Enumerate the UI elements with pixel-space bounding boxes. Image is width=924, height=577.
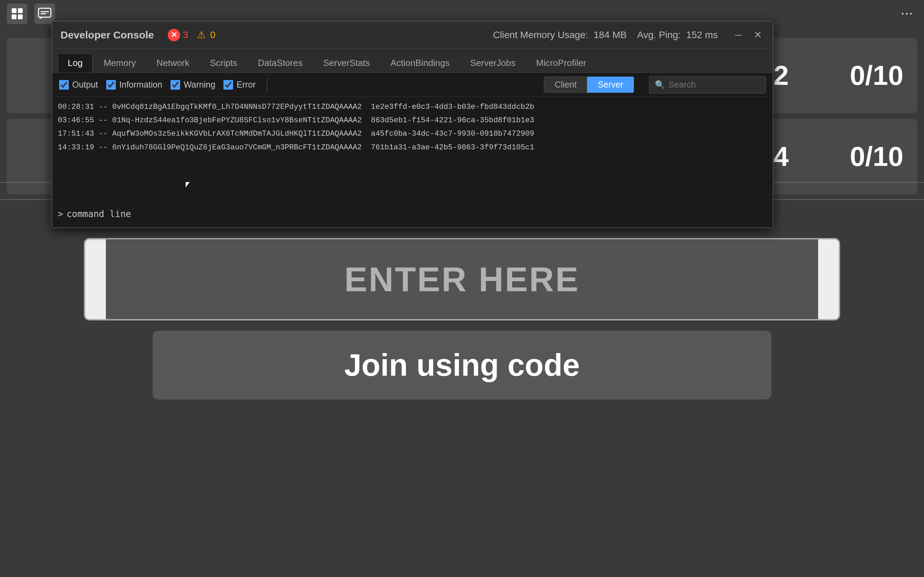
output-label: Output <box>72 80 98 90</box>
ping-label: Avg. Ping: 152 ms <box>637 29 718 40</box>
filter-output[interactable]: Output <box>59 80 98 90</box>
svg-rect-4 <box>39 8 51 17</box>
log-line: 14:33:19 -- 6nYiduh78GGl9PeQ1QuZ6jEaG3au… <box>58 141 767 154</box>
warn-icon: ⚠ <box>195 29 207 41</box>
svg-rect-1 <box>18 8 23 13</box>
client-toggle-button[interactable]: Client <box>544 77 587 93</box>
developer-console: Developer Console ✕ 3 ⚠ 0 Client Memory … <box>52 21 774 228</box>
memory-label: Client Memory Usage: 184 MB <box>493 29 627 40</box>
filter-warning[interactable]: Warning <box>171 80 215 90</box>
client-server-toggle: Client Server <box>544 77 634 93</box>
information-checkbox[interactable] <box>106 80 116 90</box>
console-title: Developer Console <box>60 29 154 41</box>
warning-label: Warning <box>184 80 215 90</box>
output-checkbox[interactable] <box>59 80 69 90</box>
filter-error[interactable]: Error <box>223 80 256 90</box>
information-label: Information <box>119 80 162 90</box>
error-checkbox[interactable] <box>223 80 233 90</box>
server-2-count: 0/10 <box>850 60 903 91</box>
topbar-right-icons: ⋯ <box>897 3 917 24</box>
filter-divider <box>267 78 267 92</box>
warn-badge: ⚠ 0 <box>195 29 215 41</box>
tab-scripts[interactable]: Scripts <box>200 53 247 73</box>
svg-rect-3 <box>18 15 23 19</box>
command-prompt-symbol: > <box>58 209 63 219</box>
tab-serverstats[interactable]: ServerStats <box>313 53 380 73</box>
svg-rect-0 <box>12 8 16 13</box>
input-right-border <box>818 239 839 319</box>
log-line: 00:28:31 -- 0vHCdq81zBgA1EbgqTkKMf0_Lh7D… <box>58 100 767 114</box>
log-line: 03:46:55 -- 01Nq-HzdzS44ea1fo3BjebFePYZU… <box>58 114 767 127</box>
warn-count: 0 <box>210 29 215 40</box>
console-titlebar: Developer Console ✕ 3 ⚠ 0 Client Memory … <box>52 21 773 49</box>
error-icon: ✕ <box>168 29 180 41</box>
console-tabs: Log Memory Network Scripts DataStores Se… <box>52 49 773 73</box>
console-log-area: 00:28:31 -- 0vHCdq81zBgA1EbgqTkKMf0_Lh7D… <box>52 97 773 200</box>
minimize-button[interactable]: ─ <box>732 28 745 42</box>
topbar-left-icons <box>7 3 55 24</box>
server-4-count: 0/10 <box>850 141 903 172</box>
console-stats: Client Memory Usage: 184 MB Avg. Ping: 1… <box>493 29 718 40</box>
console-filterbar: Output Information Warning Error Client … <box>52 73 773 97</box>
input-left-border <box>85 239 106 319</box>
tab-actionbindings[interactable]: ActionBindings <box>381 53 459 73</box>
error-count: 3 <box>183 29 188 40</box>
console-command-line: > <box>52 200 773 227</box>
join-button-text: Join using code <box>344 348 580 383</box>
server-toggle-button[interactable]: Server <box>587 77 634 93</box>
tab-network[interactable]: Network <box>147 53 199 73</box>
code-input-placeholder: ENTER HERE <box>344 259 580 299</box>
close-button[interactable]: ✕ <box>751 28 764 42</box>
tab-log[interactable]: Log <box>58 53 92 73</box>
warning-checkbox[interactable] <box>171 80 180 90</box>
filter-information[interactable]: Information <box>106 80 162 90</box>
tab-datastores[interactable]: DataStores <box>248 53 312 73</box>
join-using-code-button[interactable]: Join using code <box>153 331 771 400</box>
error-filter-label: Error <box>236 80 256 90</box>
tab-serverjobs[interactable]: ServerJobs <box>460 53 525 73</box>
window-controls: ─ ✕ <box>732 28 764 42</box>
roblox-menu-icon[interactable] <box>7 3 27 24</box>
search-icon: 🔍 <box>655 80 665 90</box>
tab-memory[interactable]: Memory <box>94 53 145 73</box>
search-input[interactable] <box>669 80 760 90</box>
svg-rect-2 <box>12 15 16 19</box>
log-line: 17:51:43 -- AqufW3oMOs3z5eikkKGVbLrAX6Tc… <box>58 127 767 140</box>
tab-microprofiler[interactable]: MicroProfiler <box>527 53 596 73</box>
code-input-container[interactable]: ENTER HERE <box>84 238 840 321</box>
console-search-box[interactable]: 🔍 <box>649 76 766 93</box>
error-badge: ✕ 3 <box>168 29 188 41</box>
more-options-icon[interactable]: ⋯ <box>897 3 917 24</box>
command-input[interactable] <box>67 209 767 219</box>
